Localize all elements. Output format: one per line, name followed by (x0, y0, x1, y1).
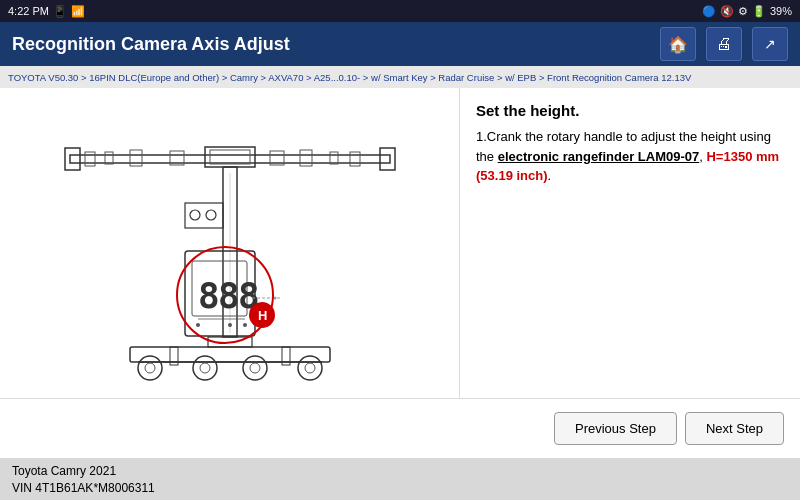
nav-area: Previous Step Next Step (0, 398, 800, 458)
time-display: 4:22 PM (8, 5, 49, 17)
svg-rect-8 (210, 150, 250, 164)
svg-point-16 (190, 210, 200, 220)
info-bar: Toyota Camry 2021 VIN 4T1B61AK*M8006311 (0, 458, 800, 500)
svg-rect-0 (70, 155, 390, 163)
svg-rect-28 (130, 347, 330, 362)
svg-point-36 (243, 356, 267, 380)
battery-icon: 🔋 (752, 5, 766, 18)
settings-icon: ⚙ (738, 5, 748, 18)
home-button[interactable]: 🏠 (660, 27, 696, 61)
volume-icon: 🔇 (720, 5, 734, 18)
instruction-title: Set the height. (476, 102, 784, 119)
print-button[interactable]: 🖨 (706, 27, 742, 61)
vehicle-line2: VIN 4T1B61AK*M8006311 (12, 480, 155, 497)
vehicle-info: Toyota Camry 2021 VIN 4T1B61AK*M8006311 (12, 463, 155, 497)
instruction-body-end: . (548, 168, 552, 183)
svg-rect-11 (330, 152, 338, 164)
svg-point-24 (196, 323, 200, 327)
breadcrumb-text: TOYOTA V50.30 > 16PIN DLC(Europe and Oth… (8, 72, 691, 83)
export-button[interactable]: ↗ (752, 27, 788, 61)
svg-point-33 (145, 363, 155, 373)
svg-point-39 (305, 363, 315, 373)
status-left: 4:22 PM 📱 📶 (8, 5, 85, 18)
previous-step-button[interactable]: Previous Step (554, 412, 677, 445)
status-bar: 4:22 PM 📱 📶 🔵 🔇 ⚙ 🔋 39% (0, 0, 800, 22)
instruction-highlight: electronic rangefinder LAM09-07 (498, 149, 700, 164)
svg-point-37 (250, 363, 260, 373)
diagram-panel: 8 8 8 (0, 88, 460, 398)
svg-text:8: 8 (218, 275, 240, 316)
svg-point-25 (228, 323, 232, 327)
battery-percent: 39% (770, 5, 792, 17)
page-title: Recognition Camera Axis Adjust (12, 34, 290, 55)
status-right: 🔵 🔇 ⚙ 🔋 39% (702, 5, 792, 18)
svg-text:H: H (258, 308, 267, 323)
svg-text:8: 8 (198, 275, 220, 316)
svg-point-26 (243, 323, 247, 327)
svg-rect-3 (85, 152, 95, 166)
svg-rect-15 (185, 203, 223, 228)
wifi-icon: 📶 (71, 5, 85, 18)
vehicle-line1: Toyota Camry 2021 (12, 463, 155, 480)
svg-point-38 (298, 356, 322, 380)
svg-point-17 (206, 210, 216, 220)
print-icon: 🖨 (716, 35, 732, 53)
svg-rect-1 (65, 148, 80, 170)
instruction-body: 1.Crank the rotary handle to adjust the … (476, 127, 784, 186)
svg-point-35 (200, 363, 210, 373)
home-icon: 🏠 (668, 35, 688, 54)
export-icon: ↗ (764, 36, 776, 52)
instruction-panel: Set the height. 1.Crank the rotary handl… (460, 88, 800, 398)
title-bar: Recognition Camera Axis Adjust 🏠 🖨 ↗ (0, 22, 800, 66)
svg-point-34 (193, 356, 217, 380)
title-icons: 🏠 🖨 ↗ (660, 27, 788, 61)
notification-icon: 📱 (53, 5, 67, 18)
svg-rect-12 (350, 152, 360, 166)
main-content: 8 8 8 (0, 88, 800, 398)
svg-rect-4 (105, 152, 113, 164)
breadcrumb: TOYOTA V50.30 > 16PIN DLC(Europe and Oth… (0, 66, 800, 88)
next-step-button[interactable]: Next Step (685, 412, 784, 445)
equipment-diagram: 8 8 8 (30, 103, 430, 383)
bluetooth-icon: 🔵 (702, 5, 716, 18)
svg-point-32 (138, 356, 162, 380)
svg-rect-2 (380, 148, 395, 170)
